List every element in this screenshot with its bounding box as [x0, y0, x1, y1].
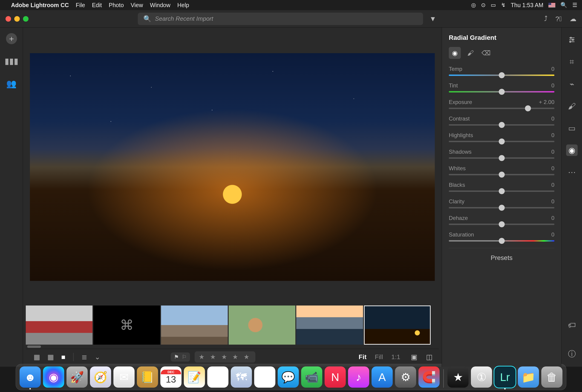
- main-photo[interactable]: [30, 53, 435, 281]
- dock-app-downloads[interactable]: 📁: [518, 366, 539, 388]
- thumbnail[interactable]: [161, 306, 228, 344]
- thumbnail[interactable]: [296, 306, 363, 344]
- dock-app-appstore[interactable]: A: [372, 366, 393, 388]
- notification-center-icon[interactable]: ☰: [572, 2, 578, 8]
- info-icon[interactable]: ⓘ: [566, 348, 578, 360]
- slider-track[interactable]: [449, 224, 554, 225]
- status-icon-2[interactable]: ↯: [501, 2, 506, 8]
- slider-thumb[interactable]: [499, 138, 505, 144]
- close-window-button[interactable]: [6, 16, 11, 22]
- dock-app-news[interactable]: N: [324, 366, 346, 388]
- radial-mask-icon[interactable]: ◉: [449, 47, 461, 59]
- slider-track[interactable]: [449, 190, 554, 192]
- flag-reject-icon[interactable]: ⚐: [182, 354, 187, 360]
- input-source-flag-icon[interactable]: [548, 3, 555, 7]
- crop-icon[interactable]: ⌗: [566, 56, 578, 68]
- slider-thumb[interactable]: [499, 155, 505, 161]
- photo-viewport[interactable]: [26, 28, 439, 304]
- slider-track[interactable]: [449, 174, 554, 175]
- dock-app-facetime[interactable]: 📹: [301, 366, 322, 388]
- creative-cloud-icon[interactable]: ◎: [471, 2, 476, 8]
- spotlight-icon[interactable]: 🔍: [560, 2, 567, 8]
- dock-app-mail[interactable]: ✉︎: [114, 366, 134, 388]
- brush-erase-icon[interactable]: ⌫: [480, 47, 492, 59]
- dock-app-1password[interactable]: ①: [471, 366, 492, 388]
- edit-sliders-icon[interactable]: [566, 34, 578, 46]
- sort-dropdown-icon[interactable]: ⌄: [93, 352, 102, 362]
- slider-thumb[interactable]: [499, 89, 505, 95]
- slider-thumb[interactable]: [499, 205, 505, 211]
- filter-icon[interactable]: ▼: [430, 15, 436, 23]
- dock-app-reminders[interactable]: ☑︎: [207, 366, 228, 388]
- radial-gradient-icon[interactable]: ◉: [566, 144, 578, 156]
- slider-thumb[interactable]: [499, 221, 505, 227]
- slider-thumb[interactable]: [499, 188, 505, 194]
- filmstrip-scrollbar[interactable]: [26, 346, 439, 349]
- brush-add-icon[interactable]: 🖌: [464, 47, 476, 59]
- cloud-sync-icon[interactable]: ☁︎: [570, 15, 576, 23]
- thumbnail[interactable]: [229, 306, 295, 344]
- slider-track[interactable]: [449, 157, 554, 159]
- slider-track[interactable]: [449, 124, 554, 126]
- dock-app-notes[interactable]: 📝: [184, 366, 205, 388]
- slider-track[interactable]: [449, 74, 554, 76]
- help-icon[interactable]: ?⃝: [555, 15, 562, 23]
- menu-edit[interactable]: Edit: [92, 2, 102, 8]
- detail-view-icon[interactable]: ■: [60, 352, 67, 362]
- dock-app-lightroom[interactable]: Lr: [494, 366, 516, 388]
- dock-app-finder[interactable]: ☻: [20, 366, 41, 388]
- zoom-fill[interactable]: Fill: [375, 353, 383, 361]
- menu-file[interactable]: File: [76, 2, 85, 8]
- slider-track[interactable]: [449, 207, 554, 208]
- sharing-icon[interactable]: 👥: [6, 78, 17, 89]
- menubar-clock[interactable]: Thu 1:53 AM: [511, 2, 543, 8]
- square-grid-icon[interactable]: ▦: [46, 352, 55, 362]
- thumbnail-selected[interactable]: [364, 306, 431, 344]
- search-input[interactable]: 🔍 Search Recent Import: [138, 13, 423, 25]
- slider-thumb[interactable]: [499, 238, 505, 244]
- slider-thumb[interactable]: [499, 172, 505, 178]
- slider-track[interactable]: [449, 91, 554, 92]
- show-original-icon[interactable]: ▣: [411, 353, 417, 361]
- dock-app-magnet[interactable]: 🧲: [418, 366, 440, 388]
- dock-app-messages[interactable]: 💬: [278, 366, 299, 388]
- dock-app-contacts[interactable]: 📒: [137, 366, 158, 388]
- slider-track[interactable]: [449, 240, 554, 242]
- minimize-window-button[interactable]: [14, 16, 20, 22]
- tag-icon[interactable]: 🏷: [566, 319, 578, 331]
- my-photos-icon[interactable]: ▮▮▮: [6, 56, 17, 67]
- zoom-1-1[interactable]: 1:1: [391, 353, 400, 361]
- dock-app-maps[interactable]: 🗺: [231, 366, 252, 388]
- linear-gradient-icon[interactable]: ▭: [566, 122, 578, 134]
- menu-view[interactable]: View: [131, 2, 143, 8]
- slider-thumb[interactable]: [525, 105, 531, 111]
- app-name[interactable]: Adobe Lightroom CC: [11, 2, 69, 8]
- slider-thumb[interactable]: [499, 122, 505, 128]
- fullscreen-window-button[interactable]: [23, 16, 28, 22]
- dock-app-preferences[interactable]: ⚙︎: [395, 366, 416, 388]
- healing-icon[interactable]: ⌁: [566, 78, 578, 90]
- thumbnail[interactable]: [26, 306, 92, 344]
- airplay-icon[interactable]: ▭: [491, 2, 496, 8]
- menu-window[interactable]: Window: [150, 2, 170, 8]
- flag-pick-icon[interactable]: ⚑: [174, 354, 179, 360]
- rating-stars[interactable]: ★ ★ ★ ★ ★: [194, 351, 255, 362]
- sort-icon[interactable]: ≣: [80, 352, 88, 362]
- slider-track[interactable]: [449, 108, 554, 109]
- menu-photo[interactable]: Photo: [109, 2, 124, 8]
- more-icon[interactable]: ⋯: [566, 166, 578, 178]
- grid-view-icon[interactable]: ▦: [32, 352, 42, 362]
- dock-app-siri[interactable]: ◉: [43, 366, 64, 388]
- brush-icon[interactable]: 🖌: [566, 100, 578, 112]
- slider-track[interactable]: [449, 141, 554, 142]
- menu-help[interactable]: Help: [177, 2, 189, 8]
- zoom-fit[interactable]: Fit: [359, 353, 366, 361]
- presets-toggle[interactable]: Presets: [449, 248, 554, 268]
- share-icon[interactable]: ⤴︎: [544, 15, 548, 23]
- dock-app-photos[interactable]: ❀: [254, 366, 275, 388]
- dock-app-safari[interactable]: 🧭: [90, 366, 111, 388]
- compare-icon[interactable]: ◫: [426, 353, 432, 361]
- status-icon[interactable]: ⊙: [481, 2, 486, 8]
- thumbnail[interactable]: ⌘: [94, 306, 160, 344]
- slider-thumb[interactable]: [499, 72, 505, 78]
